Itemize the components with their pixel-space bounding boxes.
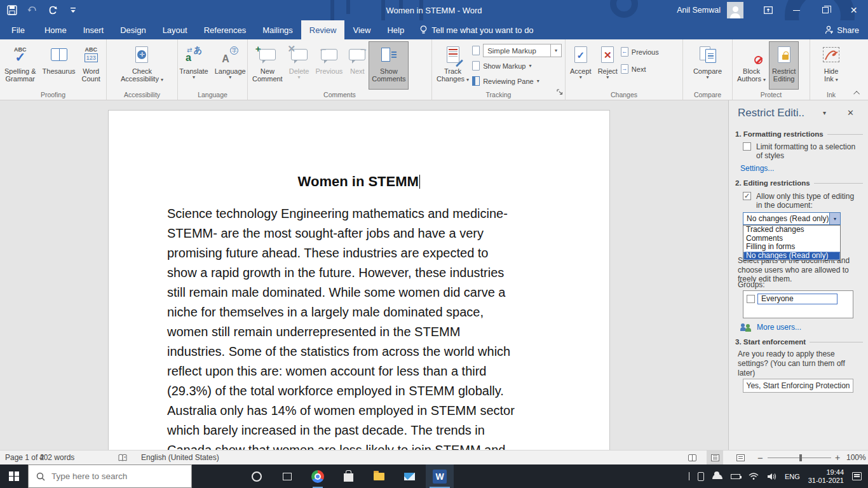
clock[interactable]: 19:44 31-01-2021 xyxy=(808,468,844,485)
proofing-status-icon[interactable]: x xyxy=(118,451,128,464)
block-authors-button[interactable]: Block Authors ▾ xyxy=(734,41,769,90)
language-tray-indicator[interactable]: ENG xyxy=(785,473,800,480)
combobox-dropdown-icon[interactable]: ▾ xyxy=(829,213,840,224)
taskbar-search[interactable] xyxy=(28,464,192,488)
phone-icon[interactable] xyxy=(698,472,704,481)
accessibility-icon: ✛ xyxy=(135,44,148,65)
minimize-button[interactable] xyxy=(782,0,811,20)
battery-icon[interactable] xyxy=(731,474,740,479)
compare-button[interactable]: Compare ▾ xyxy=(690,41,725,90)
option-tracked-changes[interactable]: Tracked changes xyxy=(743,226,840,234)
tab-help[interactable]: Help xyxy=(379,20,412,39)
zoom-out-button[interactable]: − xyxy=(757,451,763,464)
show-markup-button[interactable]: Show Markup▾ xyxy=(472,59,562,72)
pane-close-icon[interactable]: ✕ xyxy=(847,108,854,118)
translate-button[interactable]: aあ⇄ Translate ▾ xyxy=(176,41,211,90)
share-button[interactable]: Share xyxy=(825,20,859,39)
redo-icon[interactable] xyxy=(47,4,58,16)
windows-logo-icon xyxy=(9,471,19,482)
start-enforcing-protection-button[interactable]: Yes, Start Enforcing Protection xyxy=(743,379,853,393)
zoom-slider[interactable] xyxy=(768,451,831,464)
reject-button[interactable]: ✕ Reject ▾ xyxy=(595,41,621,90)
tab-home[interactable]: Home xyxy=(36,20,75,39)
groups-listbox[interactable]: Everyone xyxy=(743,290,853,318)
cortana-icon xyxy=(252,471,262,482)
ribbon-display-options-icon[interactable] xyxy=(754,0,782,20)
document-page[interactable]: Women in STEMM Science technology Engine… xyxy=(108,110,610,450)
tab-view[interactable]: View xyxy=(344,20,379,39)
spelling-grammar-button[interactable]: ABC✓ Spelling &Grammar xyxy=(1,41,39,90)
more-users-link[interactable]: More users... xyxy=(740,323,801,332)
option-no-changes-selected[interactable]: No changes (Read only) xyxy=(743,252,840,261)
cortana-button[interactable] xyxy=(243,464,271,488)
save-icon[interactable] xyxy=(6,4,18,16)
language-button[interactable]: A字 Language ▾ xyxy=(212,41,249,90)
hide-ink-button[interactable]: Hide Ink ▾ xyxy=(820,41,843,90)
checkbox-unchecked[interactable] xyxy=(743,142,751,151)
onedrive-icon[interactable] xyxy=(712,474,722,479)
tab-review[interactable]: Review xyxy=(301,20,345,39)
word-count-button[interactable]: ABC123 WordCount xyxy=(79,41,104,90)
tab-file[interactable]: File xyxy=(0,20,36,39)
option-comments[interactable]: Comments xyxy=(743,234,840,243)
file-explorer-taskbar-button[interactable] xyxy=(365,464,393,488)
chrome-taskbar-button[interactable] xyxy=(304,464,332,488)
collapse-ribbon-icon[interactable] xyxy=(851,88,863,97)
restore-button[interactable] xyxy=(811,0,839,20)
action-center-icon[interactable] xyxy=(852,472,862,480)
word-icon: W xyxy=(433,470,447,484)
checkbox-checked[interactable]: ✓ xyxy=(743,192,751,200)
start-button[interactable] xyxy=(0,464,28,488)
customize-qat-icon[interactable] xyxy=(67,4,79,16)
accept-button[interactable]: ✓ Accept ▾ xyxy=(567,41,595,90)
check-accessibility-button[interactable]: ✛ Check Accessibility ▾ xyxy=(118,41,166,90)
web-layout-view-button[interactable] xyxy=(732,451,749,464)
avatar[interactable] xyxy=(727,2,743,18)
volume-icon[interactable] xyxy=(767,473,776,480)
start-enforcement-heading: 3. Start enforcement xyxy=(735,338,863,346)
tab-design[interactable]: Design xyxy=(112,20,154,39)
wifi-icon[interactable] xyxy=(749,473,759,480)
editing-type-combobox[interactable]: No changes (Read only) ▾ xyxy=(743,212,841,225)
tab-insert[interactable]: Insert xyxy=(75,20,112,39)
word-taskbar-button[interactable]: W xyxy=(426,464,454,488)
tray-expand-icon[interactable] xyxy=(689,473,689,480)
track-changes-button[interactable]: Track Changes ▾ xyxy=(433,41,472,90)
tab-layout[interactable]: Layout xyxy=(154,20,196,39)
print-layout-view-button[interactable] xyxy=(707,451,723,464)
everyone-checkbox[interactable] xyxy=(747,295,755,303)
reviewing-pane-button[interactable]: Reviewing Pane▾ xyxy=(472,74,562,88)
read-mode-view-button[interactable] xyxy=(684,451,700,464)
tab-references[interactable]: References xyxy=(196,20,254,39)
previous-change-button[interactable]: ← Previous xyxy=(621,45,659,58)
search-input[interactable] xyxy=(51,471,172,481)
close-button[interactable]: ✕ xyxy=(839,0,868,20)
pane-options-dropdown-icon[interactable]: ▾ xyxy=(823,111,826,116)
thesaurus-button[interactable]: Thesaurus xyxy=(39,41,79,90)
group-everyone-item[interactable]: Everyone xyxy=(747,294,837,304)
undo-icon[interactable] xyxy=(27,4,38,16)
ribbon-review: ABC✓ Spelling &Grammar Thesaurus ABC123 … xyxy=(0,39,868,100)
settings-link[interactable]: Settings... xyxy=(740,164,774,173)
task-view-button[interactable] xyxy=(273,464,301,488)
zoom-slider-thumb[interactable] xyxy=(799,454,802,461)
word-count-indicator[interactable]: 402 words xyxy=(39,451,74,464)
tab-mailings[interactable]: Mailings xyxy=(254,20,301,39)
page-indicator[interactable]: Page 1 of 2 xyxy=(5,451,44,464)
show-comments-button[interactable]: ShowComments xyxy=(369,41,409,90)
language-indicator[interactable]: English (United States) xyxy=(141,451,219,464)
tell-me-box[interactable]: Tell me what you want to do xyxy=(412,20,541,39)
allow-editing-checkbox[interactable]: ✓ Allow only this type of editingin the … xyxy=(743,192,854,210)
display-for-review-combo[interactable]: Simple Markup▾ xyxy=(472,44,562,57)
title-bar: Women in STEMM - Word Anil Semwal ✕ xyxy=(0,0,868,20)
restrict-editing-button[interactable]: RestrictEditing xyxy=(769,41,799,90)
limit-formatting-checkbox[interactable]: Limit formatting to a selectionof styles xyxy=(743,142,855,160)
store-taskbar-button[interactable] xyxy=(334,464,362,488)
account-user-name[interactable]: Anil Semwal xyxy=(677,6,721,15)
zoom-in-button[interactable]: + xyxy=(835,451,840,464)
next-change-button[interactable]: → Next xyxy=(621,62,659,76)
new-comment-button[interactable]: + NewComment xyxy=(249,41,286,90)
zoom-level[interactable]: 100% xyxy=(846,451,866,464)
mail-taskbar-button[interactable] xyxy=(395,464,423,488)
option-filling-in-forms[interactable]: Filling in forms xyxy=(743,243,840,252)
